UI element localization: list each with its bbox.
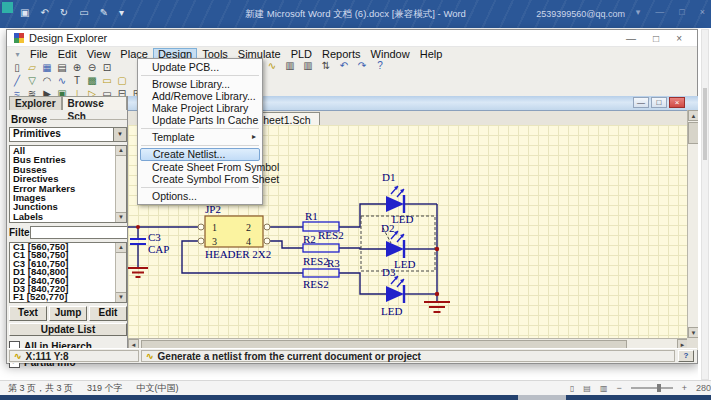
update-list-button[interactable]: Update List [9,323,127,336]
scroll-up-icon[interactable]: ▲ [116,243,126,253]
tab-explorer[interactable]: Explorer [9,96,62,110]
menu-pld[interactable]: PLD [286,48,317,61]
menu-view[interactable]: View [82,48,116,61]
tab-browse-sch[interactable]: Browse Sch [62,96,127,110]
object-scrollbar[interactable]: ▲ ▼ [115,243,126,302]
sheet-close-icon[interactable]: × [669,97,685,108]
save-icon[interactable]: ▣ [20,6,29,20]
object-list[interactable]: C1 [560,750] C1 [580,750] C3 [610,750] D… [9,242,127,303]
app-maximize-icon[interactable]: □ [653,33,659,44]
polygon-icon[interactable]: ▽ [26,75,38,87]
app-minimize-icon[interactable]: — [626,33,636,44]
jump-button[interactable]: Jump [49,306,87,321]
led-d1[interactable]: D1 LED [382,171,413,225]
taskbar-item[interactable] [518,395,566,400]
menu-item-make-project-library[interactable]: Make Project Library [138,102,262,114]
sheet-restore-icon[interactable]: □ [651,97,667,108]
resistor-designator: R3 [327,257,340,269]
curve-icon[interactable]: ∿ [56,75,68,87]
menu-item-add-remove-library[interactable]: Add/Remove Library... [138,90,262,102]
page-indicator[interactable]: 第 3 页，共 3 页 [8,382,73,395]
text-icon[interactable]: T [71,75,83,87]
word-scroll-thumb[interactable] [703,88,707,160]
arc-icon[interactable]: ◠ [41,75,53,87]
undo-icon[interactable]: ↶ [338,60,350,72]
scroll-up-icon[interactable]: ▲ [116,146,126,156]
context-help-button[interactable]: ? [678,350,694,362]
undo-icon[interactable]: ↶ [40,6,48,20]
menu-reports[interactable]: Reports [317,48,366,61]
pin-number: 3 [212,236,217,247]
ground-symbol[interactable] [424,302,450,312]
menu-item-update-parts-in-cache[interactable]: Update Parts In Cache [138,114,262,126]
netlist-icon[interactable]: ▥ [284,60,296,72]
scroll-down-icon[interactable]: ▼ [116,292,126,302]
language-indicator[interactable]: 中文(中国) [137,382,179,395]
connector-jp2[interactable]: 1 2 3 4 JP2 HEADER 2X2 [198,203,271,260]
hint-marker-icon: ∿ [146,351,154,361]
redo-icon[interactable]: ↷ [356,60,368,72]
zoom-percentage[interactable]: 280% [696,383,711,393]
menu-item-template[interactable]: Template ▸ [138,131,262,143]
maximize-icon[interactable]: □ [679,7,684,17]
menu-item-create-sheet-from-symbol[interactable]: Create Sheet From Symbol [138,161,262,173]
scroll-down-icon[interactable]: ▼ [116,212,126,222]
sheet-minimize-icon[interactable]: — [633,97,649,108]
category-scrollbar[interactable]: ▲ ▼ [115,146,126,222]
web-layout-icon[interactable]: ▥ [600,384,608,393]
menu-item-options[interactable]: Options... [138,190,262,202]
simulate-icon[interactable]: ∿ [266,60,278,72]
object-item[interactable]: F1 [520,770] [10,293,126,301]
list-item[interactable]: Labels [10,212,126,221]
edit-button[interactable]: Edit [89,306,127,321]
zoom-area-icon[interactable]: ⊡ [101,62,113,74]
new-document-icon[interactable]: ▯ [11,62,23,74]
customize-qat-icon[interactable]: ▾ [119,6,124,20]
save-icon[interactable]: ▦ [41,62,53,74]
zoom-in-control[interactable]: + [682,383,687,393]
menu-edit[interactable]: Edit [53,48,82,61]
annotate-icon[interactable]: ⇅ [320,60,332,72]
print-layout-icon[interactable]: ▤ [583,384,591,393]
menu-help[interactable]: Help [415,48,448,61]
print-icon[interactable]: ▤ [56,62,68,74]
led-d2[interactable]: D2 LED [381,222,415,270]
array-icon[interactable]: ▩ [86,75,98,87]
menu-item-create-symbol-from-sheet[interactable]: Create Symbol From Sheet [138,173,262,185]
netlist-hierarchy-icon[interactable]: ▥ [302,60,314,72]
zoom-slider-thumb[interactable] [657,384,661,392]
line-icon[interactable]: ╱ [11,75,23,87]
led-d3[interactable]: D3 LED [381,266,404,317]
capacitor-c3[interactable]: C3 CAP [128,225,169,277]
menu-item-browse-library[interactable]: Browse Library... [138,78,262,90]
chevron-down-icon[interactable]: ▼ [113,128,126,141]
menu-item-create-netlist[interactable]: Create Netlist... [140,148,260,161]
zoom-slider[interactable] [631,387,673,389]
minimize-icon[interactable]: — [655,7,664,17]
account-label[interactable]: 2539399560@qq.com [536,9,625,19]
word-scrollbar[interactable] [701,29,709,380]
ribbon-options-icon[interactable]: ▾ [636,7,641,17]
zoom-in-icon[interactable]: ⊕ [71,62,83,74]
menu-item-update-pcb[interactable]: Update PCB... [138,61,262,73]
app-close-icon[interactable]: × [676,33,682,44]
rectangle-icon[interactable]: ▭ [101,75,113,87]
redo-icon[interactable]: ↻ [60,6,68,20]
read-mode-icon[interactable]: ▯ [570,384,574,393]
category-list[interactable]: All Bus Entries Busses Directives Error … [9,145,127,223]
draw-icon[interactable]: ✎ [100,6,108,20]
open-icon[interactable]: ▱ [26,62,38,74]
browse-mode-dropdown[interactable]: Primitives ▼ [9,127,127,142]
help-icon[interactable]: ? [374,60,386,72]
word-app-icon[interactable] [2,2,13,13]
text-button[interactable]: Text [9,306,47,321]
touch-mode-icon[interactable]: ▭ [79,6,88,20]
round-rectangle-icon[interactable]: ▢ [116,75,128,87]
menu-grip-icon[interactable]: ▾ [10,50,25,59]
menu-file[interactable]: File [25,48,53,61]
zoom-out-icon[interactable]: ⊖ [86,62,98,74]
word-count[interactable]: 319 个字 [87,382,123,395]
menu-window[interactable]: Window [366,48,415,61]
close-icon[interactable]: × [700,7,705,17]
zoom-out-control[interactable]: − [616,383,621,393]
